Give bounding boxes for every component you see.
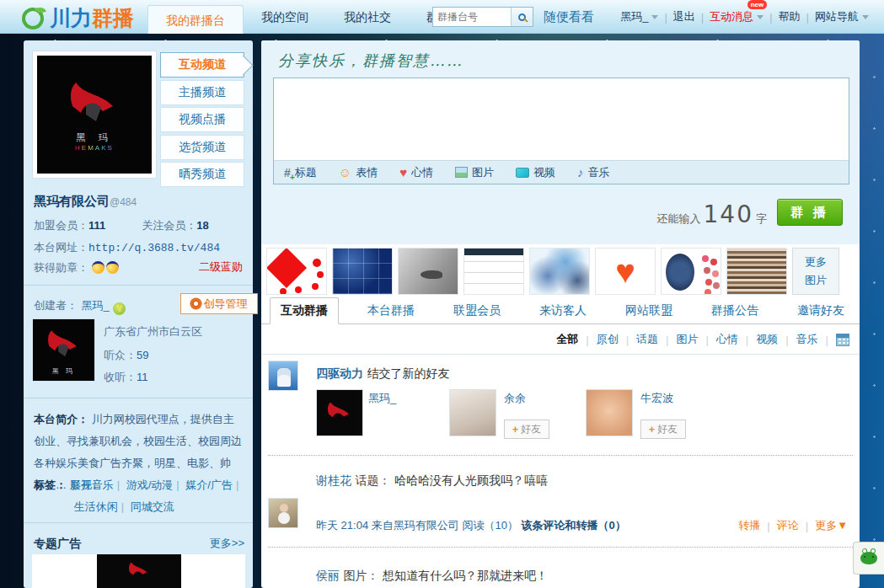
search-input[interactable]: [433, 8, 511, 25]
filter-music[interactable]: 音乐: [796, 332, 818, 347]
compose-textarea[interactable]: [274, 78, 849, 160]
tab-announcements[interactable]: 群播公告: [701, 298, 769, 323]
station-logo-image[interactable]: 黑 玛 HEMAKS: [32, 51, 157, 179]
plus-icon: +: [649, 424, 655, 436]
tool-mood-button[interactable]: ♥心情: [399, 165, 433, 180]
divider: |: [785, 334, 788, 346]
tool-title-button[interactable]: #标题: [284, 165, 317, 180]
channel-tab-video[interactable]: 视频点播: [160, 107, 244, 132]
divider: |: [806, 11, 809, 24]
tab-interactive-feed[interactable]: 互动群播: [270, 297, 339, 324]
feed-author-link[interactable]: 四驱动力: [316, 366, 363, 380]
ad-image[interactable]: [32, 554, 245, 588]
channel-tab-goods[interactable]: 选货频道: [160, 135, 244, 160]
comment-link[interactable]: 评论: [777, 518, 799, 533]
channel-tab-show[interactable]: 晒秀频道: [160, 162, 244, 187]
sidebar: 黑 玛 HEMAKS 互动频道 主播频道 视频点播 选货频道 晒秀频道 黑玛有限…: [24, 40, 253, 588]
tab-alliance-members[interactable]: 联盟会员: [443, 298, 511, 323]
friend-avatar[interactable]: [586, 389, 633, 436]
sitenav-menu[interactable]: 网站导航: [815, 9, 869, 24]
strip-photo-collage[interactable]: [661, 248, 721, 295]
char-counter: 还能输入 140 字: [657, 200, 767, 228]
strip-photo-stamps[interactable]: [332, 248, 393, 295]
tool-video-button[interactable]: 视频: [516, 165, 555, 180]
site-url-link[interactable]: http://q.3688.tv/484: [88, 242, 220, 254]
creator-avatar[interactable]: 黑 玛: [32, 318, 95, 382]
more-photos-button[interactable]: 更多 图片: [792, 248, 839, 295]
medal-rank-link[interactable]: 二级蓝勋: [199, 259, 243, 275]
feed-source-link[interactable]: 来自黑玛有限公司: [372, 519, 459, 532]
strip-photo-monitors[interactable]: [529, 248, 590, 295]
ads-more-link[interactable]: 更多>>: [210, 536, 244, 551]
counter-suffix: 字: [756, 211, 767, 227]
search-button[interactable]: [511, 8, 533, 26]
publish-button[interactable]: 群 播: [777, 199, 843, 226]
nav-my-social[interactable]: 我的社交: [326, 0, 409, 34]
chat-widget-button[interactable]: [853, 542, 884, 575]
messages-link[interactable]: 互动消息new: [710, 9, 753, 24]
divider: |: [746, 334, 748, 346]
friend-name-link[interactable]: 牛宏波: [640, 391, 673, 406]
tool-picture-button[interactable]: 图片: [455, 165, 494, 180]
strip-photo-website[interactable]: [463, 248, 524, 295]
tab-station-feed[interactable]: 本台群播: [357, 298, 425, 323]
strip-photo-heart[interactable]: ♥: [595, 248, 656, 295]
add-friend-button[interactable]: +好友: [504, 420, 549, 439]
friend-name-link[interactable]: 余余: [504, 391, 526, 406]
filter-topic[interactable]: 话题: [636, 332, 658, 347]
feed-comment-count-link[interactable]: 该条评论和转播（0）: [522, 519, 626, 532]
filter-original[interactable]: 原创: [597, 332, 619, 347]
channel-tab-anchor[interactable]: 主播频道: [160, 80, 244, 105]
calendar-icon[interactable]: [836, 334, 849, 346]
filter-all[interactable]: 全部: [556, 332, 578, 347]
logout-link[interactable]: 退出: [673, 9, 695, 24]
divider: [268, 547, 853, 548]
feed-action-text: 结交了新的好友: [367, 366, 449, 380]
friend-avatar[interactable]: [316, 389, 363, 436]
tab-invite-friends[interactable]: 邀请好友: [787, 298, 855, 323]
tag-link[interactable]: 影视音乐: [70, 478, 114, 491]
feed-item-header: 侯丽 图片： 想知道有什么吗？那就进来吧！: [316, 568, 548, 584]
browse-link[interactable]: 随便看看: [544, 9, 594, 25]
tag-link[interactable]: 媒介/广告: [185, 478, 233, 491]
user-menu[interactable]: 黑玛_: [620, 9, 658, 24]
medal-icon: [92, 261, 104, 274]
photo-strip: ♥ 更多 图片: [266, 248, 839, 295]
feed-author-link[interactable]: 侯丽: [316, 569, 340, 582]
repost-link[interactable]: 转播: [738, 518, 760, 533]
divider: |: [666, 334, 668, 346]
friend-avatar[interactable]: [449, 389, 496, 436]
strip-photo-bird[interactable]: [398, 248, 458, 295]
feed-avatar[interactable]: [268, 361, 298, 391]
feed-avatar[interactable]: [268, 498, 298, 528]
tab-site-alliance[interactable]: 网站联盟: [615, 298, 683, 323]
tag-link[interactable]: 游戏/动漫: [126, 478, 174, 491]
filter-video[interactable]: 视频: [756, 332, 778, 347]
help-link[interactable]: 帮助: [779, 9, 801, 24]
friend-card: [449, 389, 496, 436]
tag-link[interactable]: 生活休闲: [74, 500, 118, 513]
filter-picture[interactable]: 图片: [676, 332, 698, 347]
chevron-down-icon[interactable]: [757, 15, 763, 19]
site-logo[interactable]: 川力 群播: [22, 4, 134, 32]
manage-button[interactable]: 创导管理: [180, 293, 258, 314]
feed-author-link[interactable]: 谢桂花: [316, 473, 351, 487]
tool-emoticon-button[interactable]: ☺表情: [339, 165, 378, 180]
channel-tab-interactive[interactable]: 互动频道: [160, 52, 244, 78]
divider: |: [117, 478, 120, 491]
feed-type-label: 图片：: [343, 569, 378, 582]
tags-row: 标签： 影视音乐| 游戏/动漫| 媒介/广告| 生活休闲| 同城交流: [34, 474, 244, 518]
tag-link[interactable]: 同城交流: [131, 500, 174, 513]
filter-mood[interactable]: 心情: [716, 332, 738, 347]
strip-photo-vip-promo[interactable]: [266, 248, 327, 295]
add-friend-button[interactable]: +好友: [640, 420, 686, 439]
nav-my-space[interactable]: 我的空间: [244, 0, 326, 34]
friend-name-link[interactable]: 黑玛_: [368, 391, 396, 406]
tool-music-button[interactable]: ♪音乐: [577, 165, 610, 180]
strip-photo-stripes[interactable]: [726, 248, 787, 295]
creator-name-link[interactable]: 黑玛_: [81, 299, 109, 312]
more-link[interactable]: 更多▼: [815, 518, 848, 533]
tab-visitors[interactable]: 来访客人: [529, 298, 597, 323]
divider: |: [767, 520, 769, 532]
nav-my-qunbo[interactable]: 我的群播台: [147, 5, 244, 34]
